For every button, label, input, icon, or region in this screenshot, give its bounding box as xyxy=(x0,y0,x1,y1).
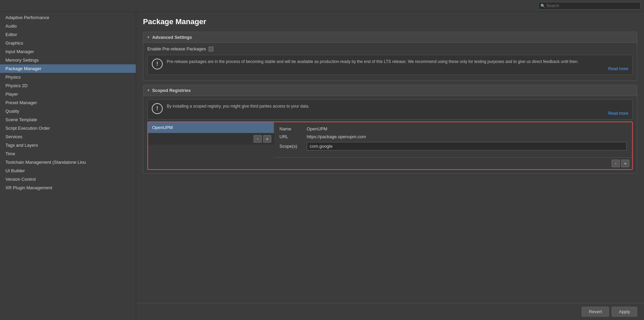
advanced-read-more: Read more xyxy=(167,66,628,71)
prerelease-label: Enable Pre-release Packages xyxy=(147,46,206,51)
sidebar-item-ui-builder[interactable]: UI Builder xyxy=(0,166,136,175)
scoped-registries-section: ▼ Scoped Registries ! By installing a sc… xyxy=(143,85,637,174)
advanced-info-box: ! Pre-release packages are in the proces… xyxy=(147,55,633,75)
scope-remove-button[interactable]: - xyxy=(612,160,620,167)
registry-list-footer: - + xyxy=(148,133,274,145)
scope-label: Scope(s) xyxy=(279,144,307,149)
page-title: Package Manager xyxy=(143,17,637,26)
sidebar-item-time[interactable]: Time xyxy=(0,149,136,158)
registry-list: OpenUPM xyxy=(148,122,274,133)
advanced-settings-body: Enable Pre-release Packages ! Pre-releas… xyxy=(143,43,637,80)
sidebar-item-player[interactable]: Player xyxy=(0,90,136,98)
search-container: 🔍 xyxy=(538,2,641,10)
advanced-info-icon: ! xyxy=(152,59,163,69)
sidebar-item-input-manager[interactable]: Input Manager xyxy=(0,47,136,56)
revert-button[interactable]: Revert xyxy=(582,307,609,317)
sidebar-item-services[interactable]: Services xyxy=(0,132,136,141)
sidebar-item-xr-plugin-management[interactable]: XR Plugin Management xyxy=(0,183,136,192)
top-bar: 🔍 xyxy=(0,0,644,12)
search-input[interactable] xyxy=(538,2,641,10)
name-value: OpenUPM xyxy=(307,126,327,131)
prerelease-toggle-row: Enable Pre-release Packages xyxy=(147,46,633,51)
scoped-registries-header[interactable]: ▼ Scoped Registries xyxy=(143,85,637,96)
advanced-info-text: Pre-release packages are in the process … xyxy=(167,59,628,65)
triangle-icon: ▼ xyxy=(147,35,150,39)
sidebar-item-version-control[interactable]: Version Control xyxy=(0,175,136,183)
registries-container: OpenUPM - + Name xyxy=(147,122,633,170)
scoped-info-text: By installing a scoped registry, you mig… xyxy=(167,103,628,109)
scoped-registries-label: Scoped Registries xyxy=(152,88,191,93)
prerelease-checkbox[interactable] xyxy=(209,47,213,51)
url-field-row: URL https://package.openupm.com xyxy=(279,134,627,139)
registry-item-openupm[interactable]: OpenUPM xyxy=(148,122,274,133)
scoped-read-more: Read more xyxy=(167,111,628,116)
sidebar-item-adaptive-performance[interactable]: Adaptive Performance xyxy=(0,13,136,22)
sidebar-item-physics[interactable]: Physics xyxy=(0,73,136,81)
scoped-info-icon: ! xyxy=(152,103,163,114)
sidebar-item-memory-settings[interactable]: Memory Settings xyxy=(0,56,136,64)
scope-add-button[interactable]: + xyxy=(621,160,629,167)
sidebar-item-scene-template[interactable]: Scene Template xyxy=(0,115,136,124)
registry-remove-button[interactable]: - xyxy=(254,135,262,143)
scoped-read-more-link[interactable]: Read more xyxy=(608,111,628,116)
scoped-registries-body: ! By installing a scoped registry, you m… xyxy=(143,96,637,173)
content-footer: Revert Apply xyxy=(136,303,644,320)
scope-input[interactable] xyxy=(307,142,627,150)
apply-button[interactable]: Apply xyxy=(612,307,637,317)
sidebar-item-package-manager[interactable]: Package Manager xyxy=(0,64,136,73)
advanced-settings-section: ▼ Advanced Settings Enable Pre-release P… xyxy=(143,32,637,81)
content-area: Package Manager ▼ Advanced Settings Enab… xyxy=(136,12,644,320)
registry-list-panel: OpenUPM - + xyxy=(148,122,274,169)
sidebar: Adaptive PerformanceAudioEditorGraphicsI… xyxy=(0,12,136,320)
scoped-info-box: ! By installing a scoped registry, you m… xyxy=(147,99,633,119)
advanced-settings-label: Advanced Settings xyxy=(152,35,192,40)
advanced-read-more-link[interactable]: Read more xyxy=(608,66,628,71)
sidebar-item-quality[interactable]: Quality xyxy=(0,107,136,115)
registry-add-button[interactable]: + xyxy=(263,135,271,143)
triangle-icon-scoped: ▼ xyxy=(147,89,150,92)
main-layout: Adaptive PerformanceAudioEditorGraphicsI… xyxy=(0,12,644,320)
sidebar-item-audio[interactable]: Audio xyxy=(0,22,136,30)
sidebar-item-tags-and-layers[interactable]: Tags and Layers xyxy=(0,141,136,149)
sidebar-item-graphics[interactable]: Graphics xyxy=(0,39,136,47)
sidebar-item-editor[interactable]: Editor xyxy=(0,30,136,39)
url-value: https://package.openupm.com xyxy=(307,134,366,139)
sidebar-item-toolchain-management-standalone-linu[interactable]: Toolchain Management (Standalone Linu xyxy=(0,158,136,166)
registry-detail: Name OpenUPM URL https://package.openupm… xyxy=(274,122,632,157)
content-inner: Package Manager ▼ Advanced Settings Enab… xyxy=(136,12,644,303)
name-field-row: Name OpenUPM xyxy=(279,126,627,131)
url-label: URL xyxy=(279,134,307,139)
search-icon: 🔍 xyxy=(541,4,545,8)
advanced-settings-header[interactable]: ▼ Advanced Settings xyxy=(143,32,637,43)
name-label: Name xyxy=(279,126,307,131)
registry-detail-footer: - + xyxy=(274,157,632,169)
registry-detail-panel: Name OpenUPM URL https://package.openupm… xyxy=(274,122,632,169)
sidebar-item-preset-manager[interactable]: Preset Manager xyxy=(0,98,136,107)
sidebar-item-physics-2d[interactable]: Physics 2D xyxy=(0,81,136,90)
scope-field-row: Scope(s) xyxy=(279,142,627,150)
sidebar-item-script-execution-order[interactable]: Script Execution Order xyxy=(0,124,136,132)
